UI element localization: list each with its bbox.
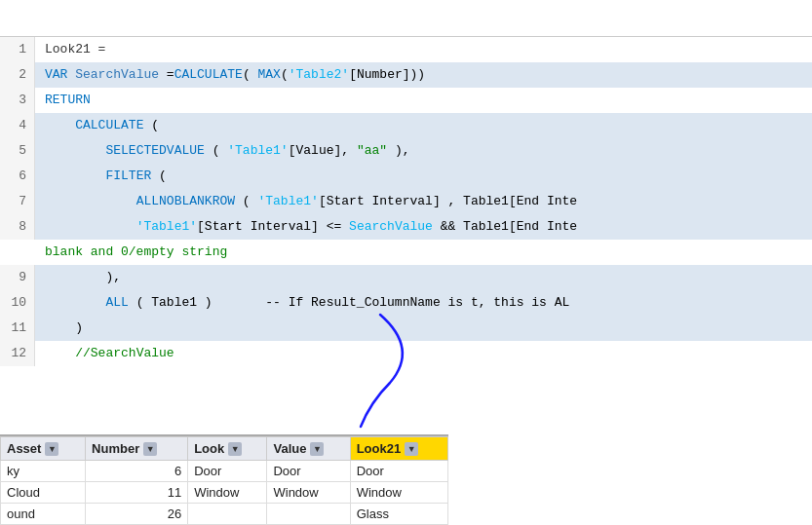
line-number: 6 [0, 164, 35, 189]
code-line: 1Look21 = [0, 37, 812, 62]
code-line: 4 CALCULATE ( [0, 113, 812, 138]
table-cell: ky [1, 461, 86, 482]
line-content: SELECTEDVALUE ( 'Table1'[Value], "aa" ), [35, 138, 410, 164]
line-number: 12 [0, 341, 35, 366]
table-cell: 11 [86, 482, 188, 504]
line-content: FILTER ( [35, 164, 167, 189]
th-label: Value ▼ [273, 441, 324, 456]
table-header-number: Number ▼ [86, 437, 188, 461]
line-number: 9 [0, 265, 35, 290]
code-line: 12 //SearchValue [0, 341, 812, 366]
line-number: 10 [0, 290, 35, 316]
dropdown-arrow-look[interactable]: ▼ [228, 442, 242, 456]
code-line: 9 ), [0, 265, 812, 290]
close-icon[interactable] [8, 5, 35, 32]
line-number: 11 [0, 316, 35, 341]
line-number: 2 [0, 62, 35, 88]
data-table: Asset ▼Number ▼Look ▼Value ▼Look21 ▼ ky6… [0, 436, 448, 525]
table-header-value: Value ▼ [267, 437, 350, 461]
line-content: Look21 = [35, 37, 113, 62]
line-content: ), [35, 265, 121, 290]
line-content: RETURN [35, 88, 91, 113]
table-cell: Door [188, 461, 267, 482]
code-line: 11 ) [0, 316, 812, 341]
table-cell: Cloud [1, 482, 86, 504]
th-label: Look ▼ [194, 441, 242, 456]
table-cell [267, 504, 350, 525]
line-content: ALLNOBLANKROW ( 'Table1'[Start Interval]… [35, 189, 577, 214]
line-number: 4 [0, 113, 35, 138]
table-cell: Door [267, 461, 350, 482]
table-row: ky6DoorDoorDoor [1, 461, 448, 482]
toolbar [0, 0, 812, 37]
code-line: 7 ALLNOBLANKROW ( 'Table1'[Start Interva… [0, 189, 812, 214]
code-line: 3RETURN [0, 88, 812, 113]
line-content: ) [35, 316, 83, 341]
table-cell: Window [350, 482, 447, 504]
th-label: Number ▼ [92, 441, 157, 456]
th-label: Look21 ▼ [357, 441, 419, 456]
th-label: Asset ▼ [7, 441, 58, 456]
line-content: blank and 0/empty string [35, 240, 227, 265]
line-content: CALCULATE ( [35, 113, 159, 138]
table-cell: ound [1, 504, 86, 525]
dropdown-arrow-value[interactable]: ▼ [310, 442, 324, 456]
code-line: 6 FILTER ( [0, 164, 812, 189]
line-number: 5 [0, 138, 35, 164]
line-content: 'Table1'[Start Interval] <= SearchValue … [35, 214, 577, 240]
editor-container: 1Look21 = 2VAR SearchValue =CALCULATE( M… [0, 37, 812, 525]
table-header-look: Look ▼ [188, 437, 267, 461]
line-content: //SearchValue [35, 341, 174, 366]
code-editor[interactable]: 1Look21 = 2VAR SearchValue =CALCULATE( M… [0, 37, 812, 525]
table-row: ound26Glass [1, 504, 448, 525]
line-content: ALL ( Table1 ) -- If Result_ColumnName i… [35, 290, 569, 316]
code-line: blank and 0/empty string [0, 240, 812, 265]
table-cell: Glass [350, 504, 447, 525]
table-row: Cloud11WindowWindowWindow [1, 482, 448, 504]
code-line: 5 SELECTEDVALUE ( 'Table1'[Value], "aa" … [0, 138, 812, 164]
code-line: 2VAR SearchValue =CALCULATE( MAX('Table2… [0, 62, 812, 88]
line-number: 3 [0, 88, 35, 113]
table-cell: Window [188, 482, 267, 504]
table-header-look21: Look21 ▼ [350, 437, 447, 461]
table-cell [188, 504, 267, 525]
line-content: VAR SearchValue =CALCULATE( MAX('Table2'… [35, 62, 425, 88]
table-cell: 6 [86, 461, 188, 482]
table-cell: Window [267, 482, 350, 504]
dropdown-arrow-look21[interactable]: ▼ [405, 442, 418, 456]
table-area: Asset ▼Number ▼Look ▼Value ▼Look21 ▼ ky6… [0, 434, 448, 525]
code-line: 8 'Table1'[Start Interval] <= SearchValu… [0, 214, 812, 240]
table-cell: 26 [86, 504, 188, 525]
line-number: 7 [0, 189, 35, 214]
dropdown-arrow-asset[interactable]: ▼ [45, 442, 58, 456]
line-number: 8 [0, 214, 35, 240]
code-line: 10 ALL ( Table1 ) -- If Result_ColumnNam… [0, 290, 812, 316]
check-icon[interactable] [47, 5, 74, 32]
table-header-asset: Asset ▼ [1, 437, 86, 461]
line-number: 1 [0, 37, 35, 62]
table-cell: Door [350, 461, 447, 482]
dropdown-arrow-number[interactable]: ▼ [143, 442, 157, 456]
